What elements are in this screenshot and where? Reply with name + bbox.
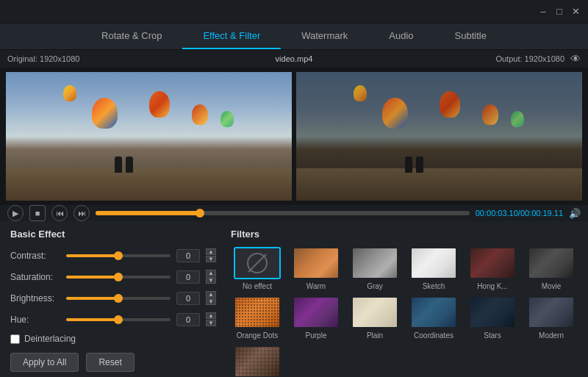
- filter-thumb-pixelate: [234, 345, 281, 377]
- original-label: Original: 1920x1080: [7, 54, 79, 63]
- hue-row: Hue: ▲ ▼: [10, 312, 216, 326]
- filter-gray[interactable]: Gray: [348, 247, 401, 290]
- brightness-up[interactable]: ▲: [206, 291, 216, 298]
- filter-warm[interactable]: Warm: [290, 247, 343, 290]
- filter-thumb-sketch: [410, 247, 457, 279]
- hue-spin: ▲ ▼: [206, 312, 216, 326]
- filter-hongkong[interactable]: Hong K...: [466, 247, 519, 290]
- contrast-row: Contrast: ▲ ▼: [10, 248, 216, 262]
- time-display: 00:00:03.10/00:00:19.11: [476, 209, 563, 218]
- contrast-down[interactable]: ▼: [206, 256, 216, 262]
- contrast-slider[interactable]: [66, 254, 171, 257]
- filter-movie[interactable]: Movie: [525, 247, 578, 290]
- filter-pixelate[interactable]: Pixelate: [231, 345, 284, 377]
- filter-thumb-no-effect: [234, 247, 281, 279]
- balloon-2-out: [440, 91, 460, 118]
- no-effect-visual: [235, 248, 279, 278]
- filter-stars[interactable]: Stars: [466, 296, 519, 340]
- hue-slider[interactable]: [66, 318, 171, 321]
- filter-thumb-warm: [293, 247, 340, 279]
- saturation-slider[interactable]: [66, 276, 171, 279]
- no-effect-circle: [247, 253, 268, 273]
- tab-effect-filter[interactable]: Effect & Filter: [182, 24, 281, 49]
- maximize-button[interactable]: □: [553, 5, 566, 18]
- brightness-spin: ▲ ▼: [206, 291, 216, 305]
- saturation-spin: ▲ ▼: [206, 270, 216, 284]
- filter-thumb-modern: [528, 296, 575, 328]
- tab-subtitle[interactable]: Subtitle: [434, 24, 507, 49]
- saturation-label: Saturation:: [10, 272, 60, 282]
- volume-icon[interactable]: 🔊: [569, 208, 581, 219]
- brightness-slider[interactable]: [66, 297, 171, 300]
- saturation-knob[interactable]: [114, 273, 123, 281]
- deinterlace-checkbox[interactable]: [10, 334, 20, 344]
- brightness-knob[interactable]: [114, 294, 123, 303]
- filter-name-sketch: Sketch: [423, 282, 445, 290]
- brightness-label: Brightness:: [10, 293, 60, 304]
- hue-label: Hue:: [10, 315, 60, 325]
- saturation-fill: [66, 276, 118, 279]
- play-button[interactable]: ▶: [7, 205, 24, 221]
- filter-purple[interactable]: Purple: [290, 296, 343, 340]
- next-button[interactable]: ⏭: [74, 205, 90, 221]
- hue-down[interactable]: ▼: [206, 320, 216, 326]
- eye-icon[interactable]: 👁: [570, 53, 581, 65]
- progress-thumb[interactable]: [196, 209, 204, 218]
- bottom-panel: Basic Effect Contrast: ▲ ▼ Saturation:: [0, 221, 588, 377]
- brightness-value[interactable]: [176, 292, 200, 305]
- balloon-1: [92, 98, 118, 129]
- stop-button[interactable]: ■: [29, 205, 46, 221]
- prev-button[interactable]: ⏮: [51, 205, 68, 221]
- tab-bar: Rotate & Crop Effect & Filter Watermark …: [0, 24, 588, 50]
- basic-effect-title: Basic Effect: [10, 229, 216, 240]
- filter-name-stars: Stars: [484, 331, 501, 340]
- reset-button[interactable]: Reset: [86, 353, 134, 372]
- filter-no-effect[interactable]: No effect: [231, 247, 284, 290]
- filter-modern[interactable]: Modern: [525, 296, 578, 340]
- title-bar: – □ ✕: [0, 0, 588, 24]
- filter-orange-dots[interactable]: Orange Dots: [231, 296, 284, 340]
- filter-thumb-stars: [469, 296, 516, 328]
- hue-knob[interactable]: [114, 315, 123, 324]
- preview-videos: [0, 68, 588, 205]
- filter-name-no-effect: No effect: [243, 282, 272, 290]
- tab-rotate-crop[interactable]: Rotate & Crop: [81, 24, 182, 49]
- apply-to-all-button[interactable]: Apply to All: [10, 353, 79, 372]
- filter-name-purple: Purple: [306, 331, 327, 340]
- progress-bar[interactable]: [96, 211, 470, 215]
- tab-audio[interactable]: Audio: [368, 24, 434, 49]
- saturation-down[interactable]: ▼: [206, 277, 216, 284]
- saturation-up[interactable]: ▲: [206, 270, 216, 276]
- brightness-row: Brightness: ▲ ▼: [10, 291, 216, 305]
- filter-name-modern: Modern: [539, 331, 564, 340]
- brightness-down[interactable]: ▼: [206, 298, 216, 305]
- close-button[interactable]: ✕: [569, 5, 582, 18]
- filter-thumb-plain: [351, 296, 398, 328]
- balloon-4-out: [511, 111, 524, 127]
- filter-thumb-purple: [293, 296, 340, 328]
- filter-coordinates[interactable]: Coordinates: [407, 296, 460, 340]
- filter-name-orange-dots: Orange Dots: [237, 331, 279, 340]
- balloon-2: [149, 91, 170, 118]
- filter-sketch[interactable]: Sketch: [407, 247, 460, 290]
- output-label: Output: 1920x1080: [495, 54, 564, 63]
- minimize-button[interactable]: –: [537, 5, 550, 18]
- filter-plain[interactable]: Plain: [348, 296, 401, 340]
- tab-watermark[interactable]: Watermark: [281, 24, 368, 49]
- hue-up[interactable]: ▲: [206, 312, 216, 319]
- hue-value[interactable]: [176, 313, 200, 326]
- balloon-5: [63, 85, 76, 101]
- figure-1: [115, 157, 122, 173]
- contrast-knob[interactable]: [114, 251, 123, 260]
- action-buttons: Apply to All Reset: [10, 353, 216, 372]
- balloon-4: [220, 111, 234, 127]
- deinterlace-label: Deinterlacing: [24, 334, 76, 344]
- figure-2: [126, 157, 133, 173]
- original-scene: [6, 72, 292, 201]
- saturation-value[interactable]: [176, 270, 200, 284]
- filter-thumb-coordinates: [410, 296, 457, 328]
- contrast-up[interactable]: ▲: [206, 248, 216, 255]
- contrast-fill: [66, 254, 118, 257]
- main-content: Original: 1920x1080 video.mp4 Output: 19…: [0, 50, 588, 377]
- contrast-value[interactable]: [176, 249, 200, 262]
